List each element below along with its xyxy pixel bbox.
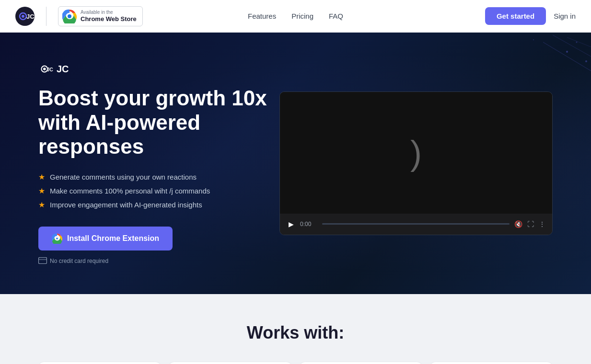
svg-line-7 <box>543 42 591 71</box>
hero-title: Boost your growth 10x with AI-powered re… <box>38 86 278 159</box>
no-credit-card-notice: No credit card required <box>38 257 278 265</box>
works-with-title: Works with: <box>38 323 553 343</box>
chrome-logo-icon <box>62 9 77 23</box>
hero-logo-text: JC <box>57 64 69 75</box>
video-time: 0:00 <box>300 221 317 228</box>
star-icon-3: ★ <box>38 200 45 209</box>
play-button[interactable]: ▶ <box>287 220 295 228</box>
video-controls: ▶ 0:00 🔇 ⛶ ⋮ <box>280 214 552 235</box>
svg-text:JC: JC <box>26 13 35 20</box>
fullscreen-button[interactable]: ⛶ <box>527 220 534 228</box>
chrome-badge-text: Available in the Chrome Web Store <box>81 10 137 23</box>
main-nav: Features Pricing FAQ <box>248 12 343 20</box>
hero-logo: JC JC <box>38 61 278 77</box>
works-with-section: Works with: <box>0 294 591 364</box>
navbar: JC Available in the Chrome Web Store Fea… <box>0 0 591 33</box>
chrome-icon-button <box>52 233 62 244</box>
chrome-web-store-badge[interactable]: Available in the Chrome Web Store <box>58 6 143 26</box>
svg-rect-21 <box>39 257 47 263</box>
svg-point-10 <box>566 51 568 53</box>
feature-item-2: ★ Make comments 100% personal wiht /j co… <box>38 186 278 195</box>
svg-point-6 <box>68 14 71 18</box>
feature-text-3: Improve engagement with AI-generated ins… <box>50 201 202 209</box>
svg-rect-22 <box>39 259 47 260</box>
nav-faq[interactable]: FAQ <box>329 12 343 20</box>
svg-point-11 <box>576 42 578 43</box>
hero-features-list: ★ Generate comments using your own react… <box>38 172 278 209</box>
install-button-label: Install Chrome Extension <box>67 234 159 243</box>
video-screen: ) <box>280 92 552 214</box>
feature-text-1: Generate comments using your own reactio… <box>50 173 197 181</box>
volume-button[interactable]: 🔇 <box>514 220 522 228</box>
works-card-4 <box>430 362 553 364</box>
works-card-1 <box>38 362 161 364</box>
navbar-left: JC Available in the Chrome Web Store <box>15 6 248 26</box>
svg-point-2 <box>22 15 24 18</box>
no-credit-text: No credit card required <box>50 258 108 264</box>
svg-point-12 <box>585 60 587 62</box>
feature-text-2: Make comments 100% personal wiht /j comm… <box>50 187 210 195</box>
hero-logo-icon: JC <box>38 61 54 77</box>
svg-text:JC: JC <box>47 67 54 72</box>
svg-point-20 <box>56 238 58 239</box>
logo[interactable]: JC <box>15 7 35 26</box>
nav-divider <box>46 7 46 26</box>
more-options-button[interactable]: ⋮ <box>539 220 545 228</box>
navbar-right: Get started Sign in <box>343 7 576 25</box>
feature-item-1: ★ Generate comments using your own react… <box>38 172 278 182</box>
hero-content: JC JC Boost your growth 10x with AI-powe… <box>38 61 278 265</box>
svg-line-8 <box>553 35 591 57</box>
install-chrome-extension-button[interactable]: Install Chrome Extension <box>38 227 173 250</box>
works-card-2 <box>169 362 291 364</box>
nav-features[interactable]: Features <box>248 12 276 20</box>
jc-logo-icon: JC <box>15 7 35 26</box>
star-icon-1: ★ <box>38 172 45 182</box>
video-player: ) ▶ 0:00 🔇 ⛶ ⋮ <box>279 91 553 235</box>
works-card-3 <box>300 362 422 364</box>
svg-line-9 <box>567 37 591 47</box>
sign-in-button[interactable]: Sign in <box>554 12 576 20</box>
chrome-store-label: Chrome Web Store <box>81 15 137 23</box>
star-icon-2: ★ <box>38 186 45 195</box>
hero-video-wrap: ) ▶ 0:00 🔇 ⛶ ⋮ <box>278 91 553 235</box>
nav-pricing[interactable]: Pricing <box>291 12 313 20</box>
feature-item-3: ★ Improve engagement with AI-generated i… <box>38 200 278 209</box>
svg-point-13 <box>533 39 534 40</box>
svg-point-15 <box>43 68 46 70</box>
loading-paren: ) <box>410 136 422 170</box>
video-progress-bar[interactable] <box>322 223 510 225</box>
credit-card-icon <box>38 257 47 265</box>
install-button-wrap: Install Chrome Extension <box>38 227 278 257</box>
get-started-button[interactable]: Get started <box>485 7 546 25</box>
works-with-grid <box>38 362 553 364</box>
chrome-available-label: Available in the <box>81 10 137 15</box>
hero-section: JC JC Boost your growth 10x with AI-powe… <box>0 33 591 294</box>
